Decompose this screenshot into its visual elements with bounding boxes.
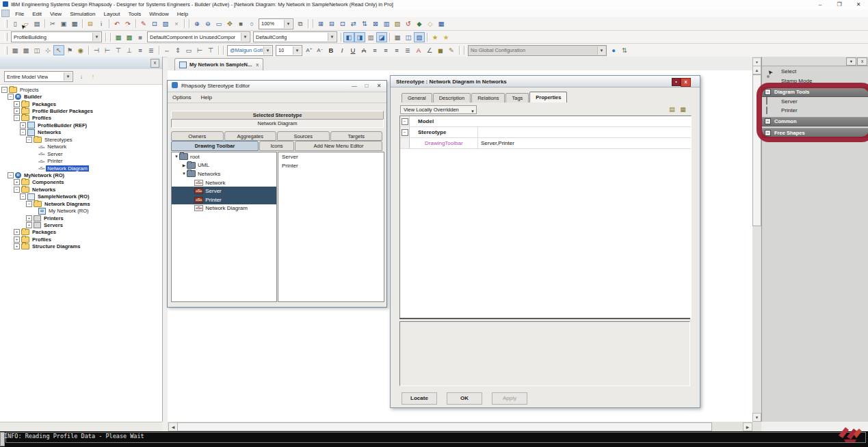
window-minimize-button[interactable]: – [812,0,828,9]
editor-maximize-button[interactable]: □ [362,82,371,90]
tree-item[interactable]: −RBuilder [1,93,161,100]
editor-list-item[interactable]: Server [278,152,384,161]
collapse-icon[interactable]: − [1,87,8,93]
horizontal-scrollbar[interactable]: ◀ ▶ [168,422,761,431]
font-size-combo[interactable]: 10▼ [276,45,302,56]
expand-icon[interactable]: + [14,236,20,243]
favorite-star-add-icon[interactable]: ★ [440,32,451,42]
route-lines-icon[interactable]: ⊹ [42,45,53,55]
unload-unit-icon[interactable]: ⇄ [348,18,359,29]
editor-tab-owners[interactable]: Owners [171,131,224,141]
grid-snap-icon[interactable]: ▩ [21,45,31,55]
lock-layout-icon[interactable]: ◉ [75,45,86,55]
align-bottom-icon[interactable]: ⊥ [124,45,135,55]
build-icon[interactable]: ▦ [113,32,124,42]
space-horizontal-icon[interactable]: ⊢ [194,45,205,55]
editor-tree-item[interactable]: «S»Printer [172,195,276,204]
tree-open-icon[interactable]: ▼ [181,172,187,176]
tree-item[interactable]: −Projects [1,86,161,93]
grid-splitter[interactable] [399,318,690,319]
tree-item[interactable]: +Packages [1,100,161,107]
pane-drawing-icon[interactable]: ▦ [392,32,403,42]
zoom-out-icon[interactable]: ⊖ [202,18,213,29]
delete-property-icon[interactable]: ▦ [679,105,687,113]
expand-icon[interactable]: + [14,179,20,185]
text-align-center-icon[interactable]: ≡ [380,45,391,55]
collapse-icon[interactable]: − [26,201,32,207]
features-close-button[interactable]: x [681,78,691,87]
editor-tree-item[interactable]: «S»Network [172,178,276,187]
zoom-region-icon[interactable]: ▭ [213,18,224,29]
collapse-icon[interactable]: − [20,129,26,135]
pane-edit-icon[interactable]: ▧ [414,32,425,42]
editor-tree-item[interactable]: «S»Server [172,187,276,195]
editor-titlebar[interactable]: Rhapsody Stereotype Editor — □ ✕ [168,81,386,92]
pane-properties-icon[interactable]: ◪ [376,32,387,42]
editor-menu-help[interactable]: Help [196,92,217,103]
font-smaller-icon[interactable]: A⁻ [315,45,326,55]
config-combo[interactable]: DefaultConfig▼ [253,31,337,42]
grid-show-icon[interactable]: ▦ [10,45,21,55]
tree-item[interactable]: −Profiles [1,115,161,122]
features-tab-general[interactable]: General [402,93,432,103]
pane-features-icon[interactable]: ▥ [365,32,376,42]
save-unit-icon[interactable]: ⊡ [337,18,348,29]
editor-tab-add-new-menu-editor[interactable]: Add New Menu Editor [295,141,382,151]
same-height-icon[interactable]: ⇕ [172,45,183,55]
editor-tab-aggregates[interactable]: Aggregates [224,131,277,141]
pane-windows-icon[interactable]: ◫ [403,32,414,42]
tools-close-button[interactable]: x [857,57,867,66]
load-unit-icon[interactable]: ⊟ [326,18,337,29]
favorites-add-icon[interactable]: ◇ [425,18,436,29]
expand-icon[interactable]: + [26,222,32,228]
profile-combo[interactable]: ProfileBuilding▼ [11,31,102,42]
editor-tab-sources[interactable]: Sources [277,131,330,141]
features-tab-properties[interactable]: Properties [529,92,567,103]
tree-item[interactable]: «S»Server [1,150,161,157]
window-close-button[interactable]: ✕ [850,0,867,9]
delete-icon[interactable]: × [171,18,182,29]
reference-unit-icon[interactable]: ▥ [381,18,392,29]
tree-item[interactable]: «S»Printer [1,157,161,164]
rebuild-icon[interactable]: ▩ [124,32,135,42]
ok-button[interactable]: OK [447,392,482,405]
pane-output-icon[interactable]: ◨ [354,32,365,42]
align-left-icon[interactable]: ⊣ [91,45,102,55]
snap-objects-icon[interactable]: ◫ [31,45,42,55]
tree-item[interactable]: −Network Diagrams [1,200,161,207]
add-to-model-icon[interactable]: ⇅ [359,18,370,29]
property-grid-row[interactable]: DrawingToolbarServer,Printer [400,138,691,149]
editor-tab-icons[interactable]: Icons [259,141,294,151]
format-painter-icon[interactable]: ✎ [138,18,149,29]
editor-tab-targets[interactable]: Targets [330,131,383,141]
bold-icon[interactable]: B [326,45,337,55]
collapse-icon[interactable]: − [402,129,408,136]
expand-icon[interactable]: + [14,101,20,107]
tree-item[interactable]: −RMyNetwork (RO) [1,172,161,178]
print-icon[interactable]: ⊟ [85,18,96,29]
align-right-icon[interactable]: ⊢ [102,45,113,55]
create-unit-icon[interactable]: ⊠ [370,18,381,29]
align-middle-icon[interactable]: ≡ [135,45,146,55]
text-align-left-icon[interactable]: ≡ [369,45,380,55]
editor-tree-item[interactable]: ▼Networks [172,170,276,178]
underline-icon[interactable]: U [347,45,358,55]
tree-item[interactable]: My Network (RO) [1,207,161,214]
collapse-icon[interactable]: − [26,137,32,143]
features-tab-description[interactable]: Description [433,93,471,103]
view-filter-dropdown[interactable]: View Locally Overridden ▼ [400,105,477,114]
editor-minimize-button[interactable]: — [350,82,359,90]
horizontal-scroll-thumb[interactable] [177,422,712,431]
copy-diagram-icon[interactable]: ⧉ [295,18,306,29]
component-combo[interactable]: DefaultComponent in UnusedCompor▼ [147,31,250,42]
fit-to-window-icon[interactable]: ■ [235,18,246,29]
zoom-select-icon[interactable]: ○ [246,18,257,29]
tree-item[interactable]: −SampleNetwork (RO) [1,193,161,200]
expand-icon[interactable]: + [14,243,20,249]
editor-tab-drawing-toolbar[interactable]: Drawing Toolbar [171,141,259,151]
editor-tree-item[interactable]: «S»Network Diagram [172,204,276,213]
browser-move-up-button[interactable]: ↑ [88,72,98,81]
line-color-icon[interactable]: ∠ [424,45,435,55]
tree-item[interactable]: −Networks [1,186,161,193]
editor-list-item[interactable]: Printer [278,161,384,170]
